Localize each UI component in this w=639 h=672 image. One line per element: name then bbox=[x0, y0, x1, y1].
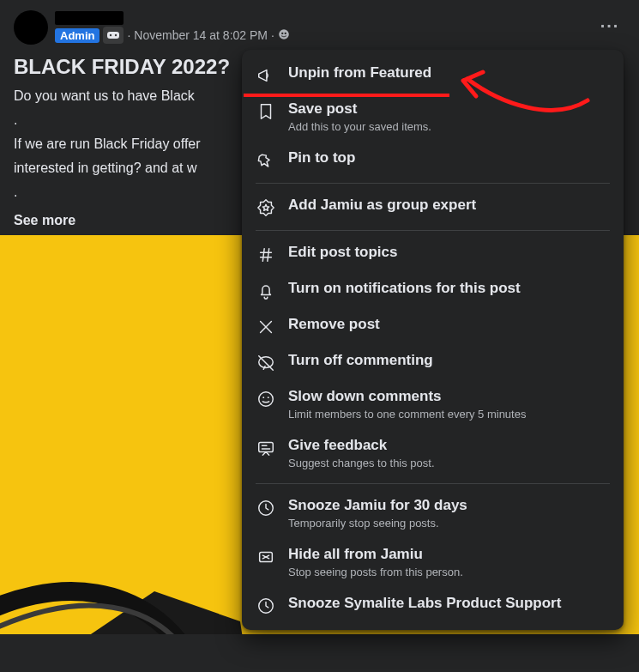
menu-item-text: Remove post bbox=[288, 315, 380, 334]
menu-item-text: Turn on notifications for this post bbox=[288, 279, 521, 298]
svg-point-2 bbox=[115, 34, 117, 36]
menu-item-sublabel: Suggest changes to this post. bbox=[288, 457, 435, 471]
post-timestamp[interactable]: November 14 at 8:02 PM bbox=[134, 28, 268, 42]
menu-item-hide-all[interactable]: Hide all from JamiuStop seeing posts fro… bbox=[242, 538, 624, 587]
see-more-link[interactable]: See more bbox=[14, 213, 75, 228]
post-card: Admin · November 14 at 8:02 PM · ··· BLA… bbox=[0, 0, 639, 672]
menu-item-label: Turn off commenting bbox=[288, 351, 433, 370]
header-meta: Admin · November 14 at 8:02 PM · bbox=[55, 11, 290, 44]
svg-point-10 bbox=[268, 397, 269, 398]
menu-separator bbox=[256, 183, 610, 184]
megaphone-icon bbox=[256, 65, 276, 86]
menu-item-text: Give feedbackSuggest changes to this pos… bbox=[288, 436, 435, 471]
menu-item-save-post[interactable]: Save postAdd this to your saved items. bbox=[242, 93, 624, 142]
menu-item-label: Snooze Symalite Labs Product Support bbox=[288, 594, 561, 613]
menu-item-text: Hide all from JamiuStop seeing posts fro… bbox=[288, 545, 463, 580]
menu-item-label: Slow down comments bbox=[288, 387, 526, 406]
menu-item-text: Save postAdd this to your saved items. bbox=[288, 100, 431, 135]
menu-item-text: Snooze Jamiu for 30 daysTemporarily stop… bbox=[288, 496, 467, 531]
menu-item-label: Snooze Jamiu for 30 days bbox=[288, 496, 467, 515]
privacy-icon[interactable] bbox=[278, 28, 290, 43]
menu-item-label: Hide all from Jamiu bbox=[288, 545, 463, 564]
svg-point-8 bbox=[259, 392, 274, 407]
badge-star-icon bbox=[256, 197, 276, 218]
menu-item-text: Turn off commenting bbox=[288, 351, 433, 370]
mute-comment-icon bbox=[256, 353, 276, 373]
svg-rect-11 bbox=[259, 443, 274, 452]
menu-item-label: Unpin from Featured bbox=[288, 64, 431, 82]
menu-item-snooze-group[interactable]: Snooze Symalite Labs Product Support bbox=[242, 587, 624, 623]
menu-item-text: Snooze Symalite Labs Product Support bbox=[288, 594, 561, 613]
clock-icon bbox=[256, 498, 276, 518]
svg-rect-0 bbox=[107, 32, 119, 39]
menu-item-add-expert[interactable]: Add Jamiu as group expert bbox=[242, 189, 624, 225]
menu-item-label: Remove post bbox=[288, 315, 380, 334]
menu-item-label: Give feedback bbox=[288, 436, 435, 455]
more-options-button[interactable]: ··· bbox=[594, 10, 625, 41]
svg-point-9 bbox=[262, 397, 264, 398]
svg-point-4 bbox=[281, 32, 283, 33]
menu-item-feedback[interactable]: Give feedbackSuggest changes to this pos… bbox=[242, 429, 624, 478]
game-badge[interactable] bbox=[103, 27, 124, 44]
menu-item-label: Save post bbox=[288, 100, 431, 118]
bell-icon bbox=[256, 281, 276, 301]
menu-item-label: Edit post topics bbox=[288, 243, 398, 262]
menu-item-label: Turn on notifications for this post bbox=[288, 279, 521, 298]
menu-item-sublabel: Stop seeing posts from this person. bbox=[288, 566, 463, 580]
hide-icon bbox=[256, 547, 276, 567]
menu-item-sublabel: Add this to your saved items. bbox=[288, 120, 431, 135]
post-header: Admin · November 14 at 8:02 PM · ··· bbox=[0, 0, 639, 45]
menu-separator bbox=[256, 483, 610, 484]
pin-icon bbox=[256, 150, 276, 171]
face-icon bbox=[256, 389, 276, 409]
x-icon bbox=[256, 317, 276, 337]
admin-badge: Admin bbox=[55, 28, 99, 43]
menu-item-snooze[interactable]: Snooze Jamiu for 30 daysTemporarily stop… bbox=[242, 489, 624, 538]
timestamp-row: Admin · November 14 at 8:02 PM · bbox=[55, 27, 290, 44]
menu-item-label: Pin to top bbox=[288, 148, 355, 167]
annotation-underline bbox=[244, 94, 449, 97]
menu-item-text: Slow down commentsLimit members to one c… bbox=[288, 387, 526, 422]
menu-item-text: Add Jamiu as group expert bbox=[288, 196, 476, 215]
svg-point-3 bbox=[279, 29, 289, 39]
avatar[interactable] bbox=[14, 10, 48, 45]
svg-point-1 bbox=[110, 34, 112, 36]
clock-icon bbox=[256, 596, 276, 616]
dot-sep: · bbox=[127, 28, 130, 42]
ellipsis-icon: ··· bbox=[600, 16, 620, 36]
menu-item-remove-post[interactable]: Remove post bbox=[242, 308, 624, 344]
menu-item-sublabel: Limit members to one comment every 5 min… bbox=[288, 408, 526, 422]
menu-item-pin-top[interactable]: Pin to top bbox=[242, 142, 624, 178]
feedback-icon bbox=[256, 438, 276, 458]
bookmark-icon bbox=[256, 101, 276, 122]
post-options-menu: Unpin from FeaturedSave postAdd this to … bbox=[242, 50, 624, 630]
menu-item-edit-topics[interactable]: Edit post topics bbox=[242, 236, 624, 272]
menu-item-label: Add Jamiu as group expert bbox=[288, 196, 476, 215]
author-name-redacted[interactable] bbox=[55, 11, 124, 25]
menu-item-text: Unpin from Featured bbox=[288, 64, 431, 82]
menu-separator bbox=[256, 230, 610, 231]
menu-item-sublabel: Temporarily stop seeing posts. bbox=[288, 517, 467, 531]
menu-item-text: Edit post topics bbox=[288, 243, 398, 262]
menu-item-unpin-featured[interactable]: Unpin from Featured bbox=[242, 57, 624, 93]
svg-point-5 bbox=[284, 32, 286, 33]
menu-item-slow-comments[interactable]: Slow down commentsLimit members to one c… bbox=[242, 380, 624, 429]
author-row bbox=[55, 11, 290, 25]
menu-item-notifications[interactable]: Turn on notifications for this post bbox=[242, 272, 624, 308]
menu-item-turn-off-comment[interactable]: Turn off commenting bbox=[242, 344, 624, 380]
menu-item-text: Pin to top bbox=[288, 148, 355, 167]
dot-sep: · bbox=[271, 28, 274, 42]
hash-icon bbox=[256, 245, 276, 265]
